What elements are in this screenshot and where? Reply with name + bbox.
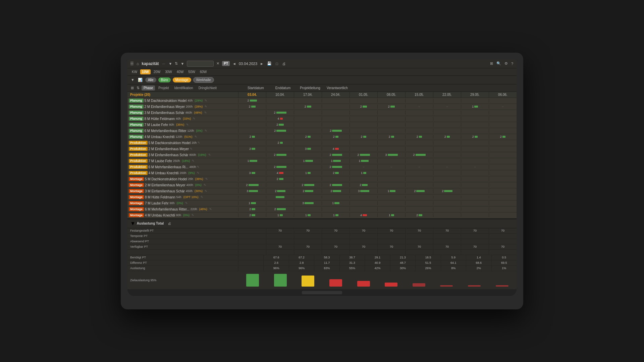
next-arrow[interactable]: ► xyxy=(260,62,264,66)
save-icon[interactable]: 💾 xyxy=(267,61,272,66)
week-30w[interactable]: 30W xyxy=(163,69,174,74)
data-cell: – xyxy=(489,105,517,109)
data-cell: 3 xyxy=(294,147,322,151)
week-50w[interactable]: 50W xyxy=(186,69,197,74)
edit-icon[interactable]: ✎ xyxy=(204,183,206,187)
week-40w[interactable]: 40W xyxy=(175,69,185,74)
home-icon[interactable]: ⌂ xyxy=(137,61,139,66)
edit-icon[interactable]: ✎ xyxy=(193,117,196,120)
data-cell: 2 xyxy=(294,105,322,109)
stats-cell: 2.8 xyxy=(289,260,314,265)
filter-all[interactable]: Alle xyxy=(145,77,156,82)
cell-bar xyxy=(363,172,366,174)
menu-icon[interactable]: ☰ xyxy=(130,61,134,66)
edit-icon[interactable]: ✎ xyxy=(205,129,207,132)
filter-icon[interactable]: ▼ xyxy=(169,62,172,66)
edit-icon[interactable]: ✎ xyxy=(209,207,212,211)
data-cell xyxy=(238,111,266,115)
col-settings-icon[interactable]: ⊞ xyxy=(131,86,134,90)
data-cell: 2 xyxy=(350,105,377,109)
data-cell xyxy=(238,153,266,157)
project-hours: 400h xyxy=(186,183,193,187)
edit-icon[interactable]: ✎ xyxy=(192,214,194,217)
project-hours: 40h xyxy=(176,117,181,120)
chart-icon[interactable]: 📊 xyxy=(138,78,143,82)
tab-projekt[interactable]: Projekt xyxy=(156,85,171,90)
sort-icon[interactable]: ⇅ xyxy=(175,61,178,66)
project-hours: 25h xyxy=(188,177,193,181)
filter-werkhalle[interactable]: Werkhalle xyxy=(193,77,214,83)
week-kw[interactable]: KW xyxy=(130,69,139,74)
data-cell: 1 xyxy=(294,213,322,217)
data-cell: 2 xyxy=(433,135,461,139)
edit-icon[interactable]: ✎ xyxy=(205,177,208,181)
edit-icon[interactable]: ✎ xyxy=(197,165,200,169)
edit-icon[interactable]: ✎ xyxy=(204,111,207,114)
collapse-icon[interactable]: ▼ xyxy=(130,221,136,227)
prev-arrow[interactable]: ◄ xyxy=(232,62,236,66)
edit-icon[interactable]: ✎ xyxy=(190,147,193,150)
edit-icon[interactable]: ✎ xyxy=(185,201,188,205)
edit-icon[interactable]: ✎ xyxy=(198,141,200,144)
week-bar: KW 10W 20W 30W 40W 50W 60W xyxy=(127,68,517,76)
stats-row: Auslastung96%96%83%55%42%30%26%8%2%1% xyxy=(127,266,517,271)
cell-bar xyxy=(391,136,394,138)
date-display: 03.04.2023 xyxy=(239,62,257,66)
col-startdatum: Startdatum xyxy=(242,86,269,90)
edit-icon[interactable]: ✎ xyxy=(186,123,189,126)
filter2-icon[interactable]: ▼ xyxy=(180,62,184,66)
tab-identifikation[interactable]: Identifikation xyxy=(172,85,195,90)
stats-cell xyxy=(489,234,517,239)
edit-icon[interactable]: ✎ xyxy=(208,153,211,157)
edit-icon[interactable]: ✎ xyxy=(197,171,200,175)
project-name: 8 M Hütte Feldmann xyxy=(145,195,175,199)
gear-icon[interactable]: ⚙ xyxy=(504,61,508,66)
edit-icon[interactable]: ✎ xyxy=(192,159,195,163)
edit-icon[interactable]: ✎ xyxy=(205,105,207,108)
stats-cell: 18.5 xyxy=(415,255,440,260)
data-cell: – xyxy=(461,165,489,169)
data-cell: 2 xyxy=(266,141,294,145)
data-cell xyxy=(433,183,461,187)
print-auslastung-icon[interactable]: 🖨 xyxy=(168,222,171,225)
stats-cell xyxy=(294,250,322,255)
print-icon[interactable]: 🖨 xyxy=(282,62,286,66)
grid-icon[interactable]: ⊞ xyxy=(490,61,493,66)
filter-buro[interactable]: Büro xyxy=(158,77,171,82)
project-hours: 54h xyxy=(176,195,181,199)
edit-icon[interactable]: ✎ xyxy=(205,99,207,102)
search-input[interactable] xyxy=(187,61,214,67)
stats-cell: 31.3 xyxy=(339,260,365,265)
filter-montage[interactable]: Montage xyxy=(173,77,191,82)
help-icon[interactable]: ? xyxy=(511,62,513,66)
data-cell: 2 xyxy=(322,189,350,193)
chart-bar-col xyxy=(378,283,405,287)
cell-bar xyxy=(416,154,426,156)
stats-cell: 70 xyxy=(461,244,489,249)
data-cell xyxy=(461,159,489,163)
filter-btn[interactable]: ▼ xyxy=(131,78,135,82)
project-pct: (48%) xyxy=(198,207,208,211)
cell-bar xyxy=(363,136,367,138)
edit-icon[interactable]: ✎ xyxy=(205,189,207,193)
stats-cell: 26% xyxy=(415,266,440,271)
edit-icon[interactable]: ✎ xyxy=(195,135,197,138)
close-icon[interactable]: ✕ xyxy=(216,61,219,66)
date-cell-9: 06.06. xyxy=(489,92,517,98)
week-20w[interactable]: 20W xyxy=(152,69,162,74)
search-icon[interactable]: 🔍 xyxy=(496,61,501,66)
week-10w[interactable]: 10W xyxy=(140,69,151,74)
data-cell xyxy=(433,141,461,145)
week-60w[interactable]: 60W xyxy=(198,69,209,74)
tab-dringlichkeit[interactable]: Dringlichkeit xyxy=(197,85,219,90)
data-cell xyxy=(322,111,350,115)
data-cell xyxy=(294,165,322,169)
tab-phase[interactable]: Phase xyxy=(142,85,155,90)
data-cell: 1 xyxy=(377,213,405,217)
col-sort-icon[interactable]: ⇅ xyxy=(137,86,140,90)
stats-cell: 69.5 xyxy=(491,260,517,265)
copy-icon[interactable]: □ xyxy=(276,62,278,66)
date-cell-2: 17.04. xyxy=(294,92,322,98)
edit-icon[interactable]: ✎ xyxy=(201,195,203,199)
data-cell: – xyxy=(377,165,405,169)
